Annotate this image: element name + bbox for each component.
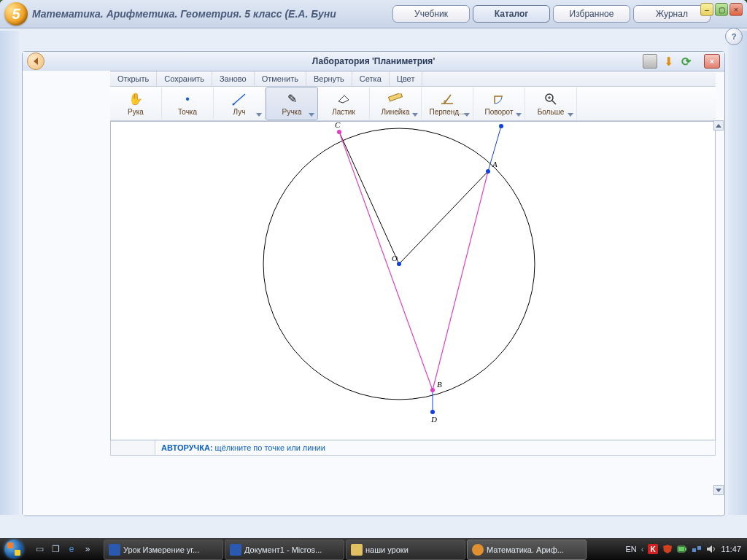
ql-chevron-icon[interactable]: » [80, 542, 95, 556]
tool-ray[interactable]: Луч [214, 88, 266, 120]
help-button[interactable]: ? [725, 28, 743, 45]
menu-redo[interactable]: Вернуть [306, 71, 352, 86]
tab-textbook[interactable]: Учебник [392, 5, 470, 23]
drawing-toolbar: ✋ Рука • Точка Луч ✎ Ручка Ластик [110, 87, 716, 121]
tool-pen[interactable]: ✎ Ручка [266, 87, 318, 120]
zoom-icon [545, 92, 557, 106]
svg-line-4 [552, 101, 556, 104]
task-label: Математика. Ариф... [487, 545, 564, 554]
svg-text:C: C [335, 122, 341, 129]
left-gutter [23, 71, 110, 516]
dropdown-icon [412, 113, 418, 117]
refresh-icon[interactable]: ⟳ [679, 55, 692, 68]
maximize-button[interactable]: ▢ [715, 3, 728, 16]
task-button[interactable]: Математика. Ариф... [467, 540, 587, 560]
tool-perpendicular[interactable]: Перпенд... [422, 88, 473, 120]
tray-shield-icon[interactable] [662, 544, 673, 554]
tool-label: Рука [128, 108, 144, 116]
svg-point-15 [486, 169, 490, 174]
status-text: АВТОРУЧКА: щёлкните по точке или линии [155, 443, 331, 452]
svg-text:O: O [392, 254, 398, 262]
menu-reset[interactable]: Заново [212, 71, 255, 86]
scroll-up-button[interactable] [713, 120, 724, 131]
task-label: наши уроки [365, 545, 409, 554]
close-button[interactable]: × [729, 3, 743, 16]
export-icon[interactable]: ⬇ [662, 55, 675, 68]
quick-launch: ▭ ❐ e » [28, 538, 99, 560]
tool-point[interactable]: • Точка [162, 88, 214, 120]
svg-text:B: B [437, 380, 442, 389]
back-button[interactable] [27, 52, 44, 70]
tool-label: Перпенд... [430, 108, 465, 116]
task-buttons: Урок Измерение уг... Документ1 - Micros.… [104, 540, 587, 559]
word-icon [109, 544, 120, 556]
svg-text:K: K [651, 545, 657, 553]
tool-hand[interactable]: ✋ Рука [110, 88, 162, 120]
status-bar: АВТОРУЧКА: щёлкните по точке или линии [110, 440, 716, 456]
close-panel-button[interactable]: × [704, 54, 720, 69]
perpendicular-icon [441, 92, 454, 106]
tray-volume-icon[interactable] [706, 544, 716, 554]
svg-rect-30 [692, 548, 696, 552]
tool-label: Поворот [485, 108, 514, 116]
eraser-icon [337, 92, 350, 106]
tray-battery-icon[interactable] [677, 544, 687, 554]
ruler-icon [388, 92, 403, 106]
status-gutter [111, 440, 155, 455]
pen-icon: ✎ [287, 92, 297, 106]
tray-network-icon[interactable] [692, 544, 702, 554]
ray-icon [232, 92, 247, 106]
taskbar: ▭ ❐ e » Урок Измерение уг... Документ1 -… [0, 538, 747, 560]
start-button[interactable] [0, 538, 28, 560]
tool-label: Луч [233, 108, 246, 116]
svg-text:A: A [492, 160, 498, 168]
tab-catalog[interactable]: Каталог [473, 5, 550, 23]
tool-label: Линейка [382, 108, 410, 116]
svg-line-0 [233, 94, 245, 104]
tray-chevron-icon[interactable]: ‹ [641, 545, 644, 553]
tool-rotate[interactable]: Поворот [473, 88, 525, 120]
svg-line-9 [399, 171, 488, 264]
task-button[interactable]: наши уроки [346, 540, 465, 560]
tray-kaspersky-icon[interactable]: K [648, 544, 658, 554]
task-button[interactable]: Документ1 - Micros... [225, 540, 344, 560]
dropdown-icon [309, 113, 314, 117]
clock[interactable]: 11:47 [721, 545, 741, 553]
task-label: Урок Измерение уг... [123, 545, 199, 554]
system-tray: EN ‹ K 11:47 [620, 544, 747, 554]
task-button[interactable]: Урок Измерение уг... [104, 540, 223, 560]
app-icon [472, 544, 484, 556]
word-icon [230, 544, 241, 556]
menu-undo[interactable]: Отменить [255, 71, 306, 86]
tool-label: Больше [538, 108, 565, 116]
rotate-icon [492, 92, 506, 106]
svg-point-19 [430, 388, 435, 392]
ql-show-desktop-icon[interactable]: ▭ [32, 542, 47, 556]
menu-color[interactable]: Цвет [390, 71, 423, 86]
menu-open[interactable]: Открыть [110, 71, 157, 86]
tab-favorites[interactable]: Избранное [553, 5, 630, 23]
svg-line-10 [339, 132, 433, 390]
menu-grid[interactable]: Сетка [352, 71, 390, 86]
top-tabs: Учебник Каталог Избранное Журнал [392, 5, 747, 23]
tool-more[interactable]: Больше [525, 88, 577, 120]
svg-point-16 [430, 410, 435, 414]
tab-journal[interactable]: Журнал [633, 5, 711, 23]
svg-text:D: D [430, 415, 437, 424]
print-icon[interactable] [643, 54, 657, 69]
tool-ruler[interactable]: Линейка [370, 88, 422, 120]
language-indicator[interactable]: EN [626, 545, 637, 553]
svg-rect-2 [389, 93, 403, 101]
drawing-canvas[interactable]: OCABD [110, 121, 716, 440]
svg-rect-31 [697, 546, 701, 550]
scroll-down-button[interactable] [713, 485, 724, 495]
dropdown-icon [464, 113, 470, 117]
minimize-button[interactable]: – [700, 3, 713, 16]
svg-line-11 [433, 171, 488, 390]
point-icon: • [185, 92, 190, 106]
tool-eraser[interactable]: Ластик [318, 88, 370, 120]
ql-ie-icon[interactable]: e [64, 542, 79, 556]
menu-save[interactable]: Сохранить [157, 71, 212, 86]
ql-switch-icon[interactable]: ❐ [48, 542, 63, 556]
task-label: Документ1 - Micros... [244, 545, 322, 554]
